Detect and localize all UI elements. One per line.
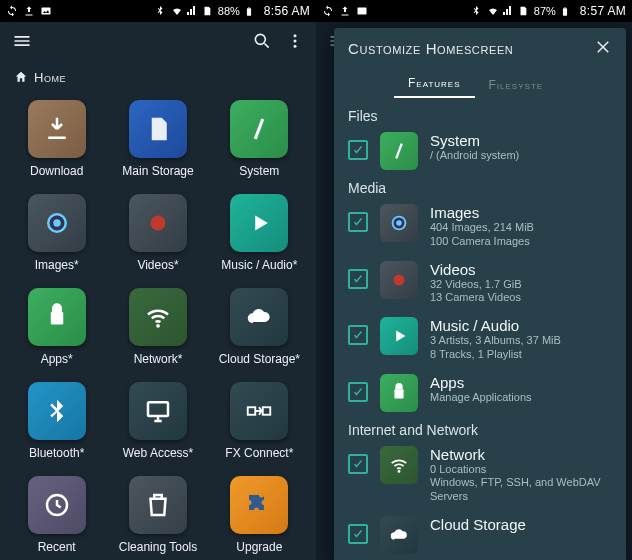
svg-point-13 [156,324,160,328]
overflow-button[interactable] [286,31,304,55]
wifi-icon [170,5,182,17]
tile-label: Main Storage [122,164,193,178]
android-icon [380,374,418,412]
tile-label: Web Access* [123,446,193,460]
tile-cleaning-tools[interactable]: Cleaning Tools [111,476,204,554]
sheet-title: Customize Homescreen [348,40,513,57]
battery-percent: 88% [218,5,240,17]
sync-icon [6,5,18,17]
svg-rect-18 [358,8,367,15]
download-icon [28,100,86,158]
svg-point-4 [294,34,297,37]
tile-music-audio[interactable]: Music / Audio* [213,194,306,272]
cloud-icon [230,288,288,346]
svg-point-8 [53,219,61,227]
svg-rect-0 [42,8,51,15]
battery-percent: 87% [534,5,556,17]
sdcard-icon [129,100,187,158]
play-icon [380,317,418,355]
svg-rect-16 [263,407,271,415]
tile-apps[interactable]: Apps* [10,288,103,366]
tile-bluetooth[interactable]: Bluetooth* [10,382,103,460]
item-subtitle: 404 Images, 214 MiB100 Camera Images [430,221,534,249]
tile-label: Recent [38,540,76,554]
item-title: Images [430,204,534,221]
breadcrumb-label: Home [34,70,66,85]
tile-videos[interactable]: Videos* [111,194,204,272]
clock-icon [28,476,86,534]
sheet-body[interactable]: Files System / (Android system) Media Im… [334,98,626,560]
list-item[interactable]: Videos 32 Videos, 1.7 GiB13 Camera Video… [334,255,626,312]
list-item[interactable]: Music / Audio 3 Artists, 3 Albums, 37 Mi… [334,311,626,368]
tile-cloud-storage[interactable]: Cloud Storage* [213,288,306,366]
checkbox[interactable] [348,524,368,544]
list-item[interactable]: Images 404 Images, 214 MiB100 Camera Ima… [334,198,626,255]
sync-icon [322,5,334,17]
item-subtitle: 0 LocationsWindows, FTP, SSH, and WebDAV… [430,463,616,504]
item-subtitle: 3 Artists, 3 Albums, 37 MiB8 Tracks, 1 P… [430,334,561,362]
status-bar: 87% 8:57 AM [316,0,632,22]
search-button[interactable] [252,31,272,55]
signal-icon [502,5,514,17]
svg-rect-10 [50,312,63,325]
bluetooth-icon [154,5,166,17]
item-title: System [430,132,519,149]
tile-label: FX Connect* [225,446,293,460]
picture-icon [40,5,52,17]
item-title: Network [430,446,616,463]
checkbox[interactable] [348,382,368,402]
svg-point-27 [398,470,401,473]
list-item[interactable]: Network 0 LocationsWindows, FTP, SSH, an… [334,440,626,510]
list-item[interactable]: System / (Android system) [334,126,626,176]
list-item[interactable]: Apps Manage Applications [334,368,626,418]
item-title: Music / Audio [430,317,561,334]
svg-rect-14 [148,402,168,416]
svg-point-5 [294,40,297,43]
item-title: Videos [430,261,522,278]
tile-label: Apps* [41,352,73,366]
checkbox[interactable] [348,325,368,345]
clock-text: 8:56 AM [264,4,310,18]
tile-label: System [239,164,279,178]
list-item[interactable]: Cloud Storage [334,510,626,560]
app-bar [0,22,316,64]
item-title: Apps [430,374,532,391]
section-label: Internet and Network [334,418,626,440]
menu-button[interactable] [12,31,32,55]
tile-images[interactable]: Images* [10,194,103,272]
camera-icon [28,194,86,252]
upload-icon [339,5,351,17]
item-subtitle: 32 Videos, 1.7 GiB13 Camera Videos [430,278,522,306]
tile-web-access[interactable]: Web Access* [111,382,204,460]
tile-fx-connect[interactable]: FX Connect* [213,382,306,460]
checkbox[interactable] [348,140,368,160]
tile-network[interactable]: Network* [111,288,204,366]
close-button[interactable] [594,38,612,59]
home-icon [14,70,28,84]
tile-label: Images* [35,258,79,272]
phone-left: 88% 8:56 AM Home Download Main Storage S… [0,0,316,560]
battery-icon [244,5,256,17]
section-label: Media [334,176,626,198]
slash-icon [380,132,418,170]
breadcrumb[interactable]: Home [0,64,316,90]
svg-point-6 [294,45,297,48]
tile-label: Cloud Storage* [219,352,300,366]
tab-filesystem[interactable]: Filesyste [475,72,558,98]
tile-download[interactable]: Download [10,100,103,178]
checkbox[interactable] [348,212,368,232]
svg-point-22 [396,220,402,226]
tab-features[interactable]: Features [394,70,475,98]
tile-system[interactable]: System [213,100,306,178]
item-title: Cloud Storage [430,516,526,533]
tile-recent[interactable]: Recent [10,476,103,554]
checkbox[interactable] [348,454,368,474]
checkbox[interactable] [348,269,368,289]
sheet-tabs: Features Filesyste [334,68,626,98]
tile-main-storage[interactable]: Main Storage [111,100,204,178]
tile-label: Bluetooth* [29,446,84,460]
tile-upgrade[interactable]: Upgrade [213,476,306,554]
cloud-icon [380,516,418,554]
phone-right: 87% 8:57 AM Customize Homescreen Feature… [316,0,632,560]
svg-rect-1 [247,8,251,16]
